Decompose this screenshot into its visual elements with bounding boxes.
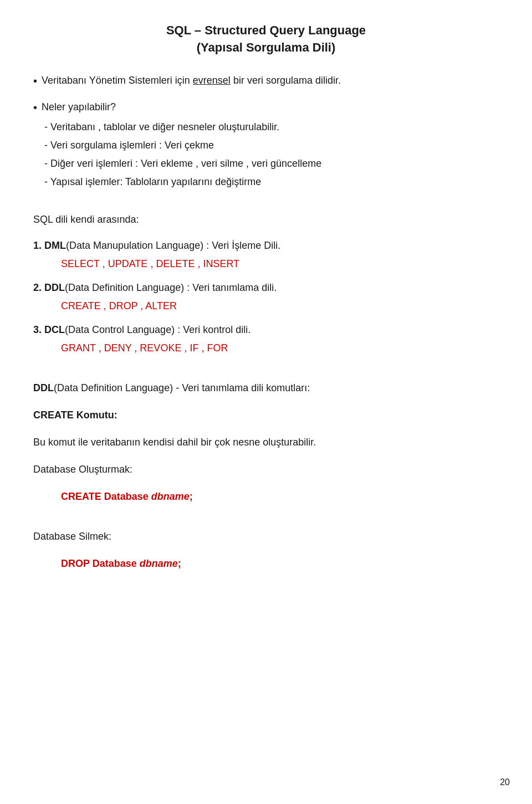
dml-desc: (Data Manupulation Language) : Veri İşle… bbox=[66, 240, 280, 251]
title-line2: (Yapısal Sorgulama Dili) bbox=[33, 39, 499, 57]
ddl-section: DDL(Data Definition Language) - Veri tan… bbox=[33, 380, 499, 396]
indent-item-2: - Veri sorgulama işlemleri : Veri çekme bbox=[44, 138, 499, 153]
bullet1-underline: evrensel bbox=[193, 75, 231, 86]
bullet-symbol-2: • bbox=[33, 100, 37, 115]
db-olusturmak-heading: Database Oluşturmak: bbox=[33, 462, 499, 478]
ddl-section-desc: (Data Definition Language) - Veri tanıml… bbox=[54, 382, 310, 393]
indent-item-3: - Diğer veri işlemleri : Veri ekleme , v… bbox=[44, 156, 499, 171]
create-db-italic: dbname bbox=[151, 491, 190, 502]
sql-dili-heading: SQL dili kendi arasında: bbox=[33, 212, 499, 228]
create-komutu-desc: Bu komut ile veritabanın kendisi dahil b… bbox=[33, 434, 499, 450]
dml-commands: SELECT , UPDATE , DELETE , INSERT bbox=[61, 257, 499, 272]
create-komutu-rest: Komutu: bbox=[74, 409, 117, 421]
indent-item-1: - Veritabanı , tablolar ve diğer nesnele… bbox=[44, 120, 499, 135]
indent-item-4: - Yapısal işlemler: Tabloların yapıların… bbox=[44, 175, 499, 190]
create-db-end: ; bbox=[190, 491, 193, 502]
dml-label: 1. DML bbox=[33, 240, 66, 251]
drop-db-italic: dbname bbox=[140, 558, 178, 569]
drop-db-end: ; bbox=[178, 558, 181, 569]
ddl-section-label: DDL bbox=[33, 382, 54, 393]
title-line1: SQL – Structured Query Language bbox=[33, 22, 499, 39]
ddl-item: 2. DDL(Data Definition Language) : Veri … bbox=[33, 280, 499, 295]
bullet-text-1: Veritabanı Yönetim Sistemleri için evren… bbox=[42, 73, 341, 88]
page-title: SQL – Structured Query Language (Yapısal… bbox=[33, 22, 499, 57]
drop-db-cmd: DROP Database bbox=[61, 558, 140, 569]
bullet1-rest: bir veri sorgulama dilidir. bbox=[233, 75, 341, 86]
bullet-item-1: • Veritabanı Yönetim Sistemleri için evr… bbox=[33, 73, 499, 89]
create-komutu-heading: CREATE Komutu: bbox=[33, 407, 499, 423]
bullet-symbol-1: • bbox=[33, 73, 37, 89]
bullet-text-2: Neler yapılabilir? bbox=[42, 100, 116, 115]
dml-item: 1. DML(Data Manupulation Language) : Ver… bbox=[33, 238, 499, 253]
create-db-cmd: CREATE Database bbox=[61, 491, 151, 502]
page-number: 20 bbox=[500, 777, 510, 787]
dcl-label: 3. DCL bbox=[33, 324, 65, 335]
ddl-label: 2. DDL bbox=[33, 282, 65, 293]
ddl-desc: (Data Definition Language) : Veri tanıml… bbox=[65, 282, 277, 293]
create-komutu-label: CREATE bbox=[33, 409, 74, 421]
bullet1-text: Veritabanı Yönetim Sistemleri için bbox=[42, 75, 190, 86]
dcl-commands: GRANT , DENY , REVOKE , IF , FOR bbox=[61, 341, 499, 356]
create-db-command: CREATE Database dbname; bbox=[61, 489, 499, 505]
ddl-commands: CREATE , DROP , ALTER bbox=[61, 299, 499, 314]
main-content: SQL – Structured Query Language (Yapısal… bbox=[33, 22, 499, 572]
drop-db-command: DROP Database dbname; bbox=[61, 556, 499, 572]
dcl-item: 3. DCL(Data Control Language) : Veri kon… bbox=[33, 322, 499, 337]
sql-dili-text: SQL dili kendi arasında: bbox=[33, 212, 499, 228]
bullet-item-2: • Neler yapılabilir? bbox=[33, 100, 499, 115]
dcl-desc: (Data Control Language) : Veri kontrol d… bbox=[65, 324, 250, 335]
db-silmek-heading: Database Silmek: bbox=[33, 529, 499, 545]
